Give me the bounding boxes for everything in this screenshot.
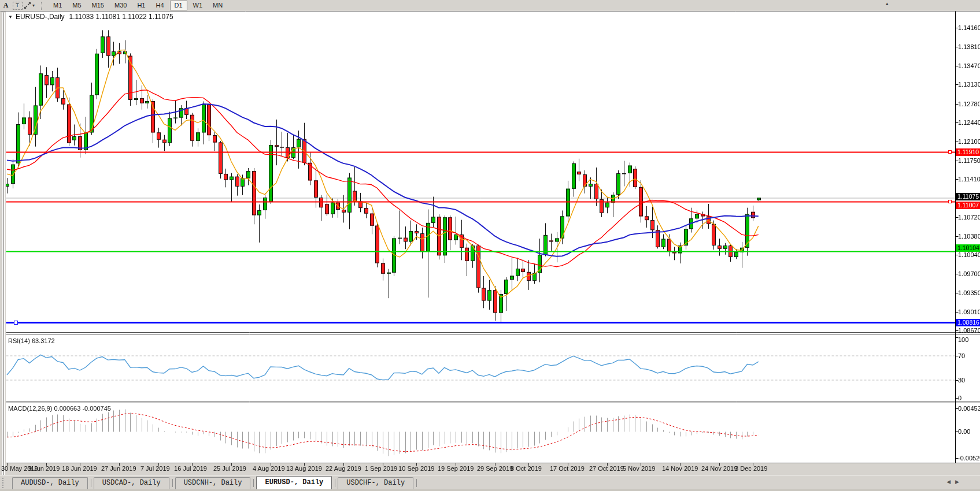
timeframe-button-h4[interactable]: H4 [151,1,168,10]
price-axis-tick: 1.10380 [958,233,980,240]
arrange-icon [24,2,31,9]
time-axis-label: 3 Dec 2019 [735,465,767,472]
tab-divider [253,479,254,487]
timeframe-button-d1[interactable]: D1 [170,1,187,10]
time-axis-label: 1 Sep 2019 [365,465,397,472]
timeframe-button-mn[interactable]: MN [208,1,227,10]
tab-divider [335,479,335,487]
hline-price-tag: 1.10104 [956,244,980,252]
price-axis-tick: 1.14160 [958,24,980,31]
price-axis-tick: 1.10040 [958,251,980,258]
time-axis-label: 22 Aug 2019 [326,465,361,472]
tab-divider [416,479,417,487]
rsi-label: RSI(14) 63.3172 [8,337,55,344]
time-axis-label: 7 Jul 2019 [140,465,170,472]
price-axis-tick: 1.11750 [958,157,980,164]
scroll-right-icon[interactable]: ▶ [955,479,964,485]
time-axis-label: 8 Oct 2019 [511,465,542,472]
price-axis-tick: 1.10720 [958,214,980,221]
hline-price-tag: 1.08816 [956,319,980,326]
hline-price-tag: 1.11007 [956,202,980,209]
price-axis-tick: 1.13810 [958,43,980,50]
tab-divider [172,479,173,487]
time-axis-label: 16 Jul 2019 [174,465,207,472]
hline-price-tag: 1.11910 [956,148,980,156]
arrange-tool-button[interactable]: ▾ [24,1,35,10]
time-axis-label: 10 Sep 2019 [398,465,434,472]
chart-tab-bar: AUDUSD-, DailyUSDCAD-, DailyUSDCNH-, Dai… [0,475,980,489]
time-axis-label: 4 Aug 2019 [253,465,285,472]
time-axis-label: 9 Jun 2019 [28,465,60,472]
tab-divider [91,479,91,487]
toolbar-overflow-icon[interactable]: ▴ [886,1,889,6]
timeframe-button-m30[interactable]: M30 [110,1,131,10]
price-axis-tick: 1.12440 [958,119,980,126]
chart-tab-usdcnh[interactable]: USDCNH-, Daily [175,477,251,489]
chevron-down-icon: ▾ [32,3,35,8]
rsi-axis-tick: 70 [958,352,965,359]
time-axis-label: 5 Nov 2019 [623,465,655,472]
macd-axis-tick: 0.004536 [958,405,980,412]
time-axis-label: 13 Aug 2019 [286,465,322,472]
rsi-axis-tick: 30 [958,377,965,384]
price-axis-tick: 1.13470 [958,62,980,69]
timeframe-group: M1M5M15M30H1H4D1W1MN [48,1,228,10]
macd-axis-tick: 0.00 [958,428,970,435]
chart-canvas[interactable] [0,0,980,491]
time-axis-label: 19 Sep 2019 [438,465,474,472]
price-axis-tick: 1.09010 [958,308,980,315]
text-box-tool-button[interactable]: T [12,1,23,10]
current-price-tag: 1.11075 [956,193,980,200]
text-box-icon: T [13,2,23,10]
time-axis-label: 24 Nov 2019 [701,465,737,472]
price-axis-tick: 1.12100 [958,138,980,145]
time-axis-label: 27 Jun 2019 [101,465,136,472]
label-tool-button[interactable]: A [1,1,11,10]
ohlc-quote: 1.11033 1.11081 1.11022 1.11075 [69,13,173,21]
scroll-left-icon[interactable]: ◀ [946,479,955,485]
rsi-axis-tick: 100 [958,336,968,343]
time-axis-label: 29 Sep 2019 [477,465,513,472]
price-axis-tick: 1.09700 [958,270,980,277]
timeframe-button-h1[interactable]: H1 [132,1,150,10]
macd-axis-tick: -0.005205 [958,455,980,462]
chart-tab-eurusd[interactable]: EURUSD-, Daily [256,476,332,489]
time-axis-label: 25 Jul 2019 [213,465,246,472]
price-axis-tick: 1.08670 [958,327,980,334]
time-axis-label: 18 Jun 2019 [62,465,97,472]
timeframe-button-m1[interactable]: M1 [49,1,66,10]
time-axis-label: 27 Oct 2019 [589,465,624,472]
macd-label: MACD(12,26,9) 0.000663 -0.000745 [8,405,111,412]
toolbar: A T ▾ M1M5M15M30H1H4D1W1MN ▴ [0,0,980,11]
chart-tab-usdcad[interactable]: USDCAD-, Daily [94,477,169,489]
time-axis-label: 14 Nov 2019 [662,465,698,472]
chart-title: ▼EURUSD-,Daily1.11033 1.11081 1.11022 1.… [8,13,173,21]
tab-scroll-nav: ◀▶ [946,479,964,485]
symbol-label: EURUSD-,Daily [16,13,65,21]
price-axis-tick: 1.11410 [958,176,980,183]
price-axis-tick: 1.12780 [958,101,980,107]
timeframe-button-w1[interactable]: W1 [188,1,208,10]
timeframe-button-m15[interactable]: M15 [87,1,109,10]
collapse-icon[interactable]: ▼ [8,14,13,20]
toolbar-separator [41,2,44,10]
price-axis-tick: 1.09350 [958,289,980,296]
rsi-axis-tick: 0 [958,395,961,401]
tabbar-grip [2,478,9,488]
price-axis-tick: 1.13130 [958,81,980,88]
chart-tab-audusd[interactable]: AUDUSD-, Daily [12,477,88,489]
timeframe-button-m5[interactable]: M5 [68,1,86,10]
time-axis-label: 17 Oct 2019 [550,465,585,472]
chart-tab-usdchf[interactable]: USDCHF-, Daily [338,477,413,489]
